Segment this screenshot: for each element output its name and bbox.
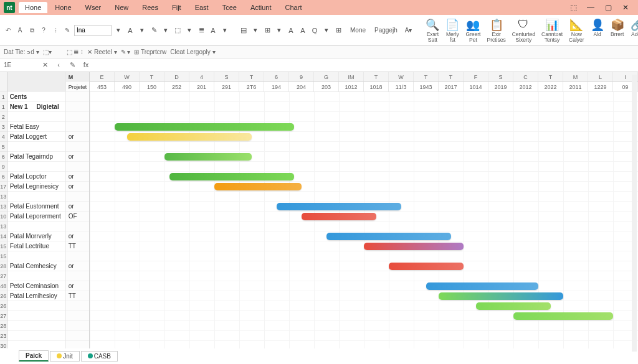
task-label-cell[interactable]: Patal Morrverly [7, 231, 65, 241]
column-header[interactable]: 9 [289, 72, 314, 82]
sub-ribbon-item[interactable]: ⬚ ≣ ⫶ [67, 49, 84, 55]
gantt-bar[interactable] [127, 133, 252, 141]
sheet-tab-paick[interactable]: Paick [19, 350, 49, 362]
status-cell[interactable]: or [66, 182, 89, 192]
gantt-bar[interactable] [214, 183, 302, 190]
column-header[interactable]: G [314, 72, 339, 82]
status-cell[interactable]: TT [66, 291, 89, 301]
row-number[interactable]: 4 [0, 132, 7, 142]
row-number[interactable]: 6 [0, 152, 7, 162]
ribbon-icon[interactable]: ⊞ [262, 25, 273, 36]
ribbon-icon[interactable]: A [207, 25, 219, 36]
ribbon-group-now-calyer[interactable]: 📐Now Calyer [566, 18, 587, 43]
gantt-bar[interactable] [326, 233, 451, 240]
ribbon-icon[interactable]: ⊞ [333, 25, 344, 36]
status-cell[interactable]: or [66, 202, 89, 212]
row-number[interactable]: 13 [0, 202, 7, 212]
gantt-bar[interactable] [115, 123, 294, 131]
toolbar-icon[interactable]: ✎ [62, 25, 73, 36]
column-header[interactable]: T [439, 72, 464, 82]
row-number[interactable]: 3 [0, 122, 7, 132]
row-number[interactable]: 15 [0, 241, 7, 251]
ribbon-icon[interactable]: ▤ [238, 25, 249, 36]
ribbon-group-ades[interactable]: 🔗Ades [628, 18, 638, 43]
menu-tab-tcee[interactable]: Tcee [216, 2, 243, 13]
task-label-cell[interactable] [7, 222, 65, 231]
cancel-icon[interactable]: ✕ [40, 61, 50, 69]
task-label-cell[interactable]: Petol Ceminasion [7, 281, 65, 291]
column-header[interactable]: T [140, 72, 164, 82]
row-number[interactable]: 30 [0, 341, 7, 348]
column-header[interactable]: T [538, 72, 563, 82]
status-cell[interactable] [66, 331, 89, 341]
ribbon-group-ald[interactable]: 👤Ald [588, 18, 607, 43]
ribbon-icon[interactable]: ▾ [136, 25, 148, 36]
ribbon-icon[interactable]: ▾ [160, 25, 171, 36]
status-cell[interactable]: or [66, 152, 89, 162]
task-label-cell[interactable]: Patal Lopctor [7, 172, 65, 182]
column-header[interactable]: D [164, 72, 189, 82]
ribbon-icon[interactable]: ▾ [321, 25, 332, 36]
sub-ribbon-item[interactable]: ⊞ Trcprtcrw [134, 49, 166, 55]
edit-icon[interactable]: ✎ [67, 61, 77, 69]
task-label-cell[interactable]: Fetal Lectritue [7, 241, 65, 251]
ribbon-icon[interactable]: Q [309, 25, 320, 36]
task-label-cell[interactable]: Cents [7, 92, 65, 102]
ribbon-group-canntost-tentsy[interactable]: 📊Canntost Tentsy [539, 18, 565, 43]
menu-tab-wser[interactable]: Wser [79, 2, 108, 13]
column-header[interactable]: S [214, 72, 239, 82]
maximize-icon[interactable]: ▢ [599, 1, 617, 14]
ribbon-icon[interactable]: ⬚ [172, 25, 183, 36]
status-cell[interactable] [66, 192, 89, 202]
gantt-bar[interactable] [426, 282, 538, 290]
status-cell[interactable] [66, 122, 89, 132]
minimize-icon[interactable]: — [582, 1, 599, 14]
task-label-cell[interactable]: Patal Lemihesioy [7, 291, 65, 301]
task-label-cell[interactable]: Patal Loggert [7, 132, 65, 142]
row-number[interactable]: 15 [0, 251, 7, 261]
gantt-bar[interactable] [476, 302, 551, 310]
format-dropdown[interactable]: A▾ [402, 26, 415, 35]
task-label-cell[interactable]: Petal Eustonment [7, 202, 65, 212]
row-number[interactable]: 1 [0, 92, 7, 102]
ribbon-button[interactable]: Mone [348, 26, 368, 35]
status-cell[interactable] [66, 321, 89, 331]
task-label-cell[interactable]: Petal Legninesicy [7, 182, 65, 192]
task-label-cell[interactable]: New 1Digietal [7, 102, 65, 112]
column-header[interactable]: T [364, 72, 389, 82]
ribbon-group-brrert[interactable]: 📦Brrert [608, 18, 627, 43]
gantt-bar[interactable] [164, 153, 252, 161]
status-cell[interactable]: or [66, 231, 89, 241]
row-number[interactable]: 23 [0, 331, 7, 341]
status-cell[interactable]: TT [66, 241, 89, 251]
toolbar-icon[interactable]: ↶ [2, 25, 14, 36]
row-number[interactable]: 1 [0, 102, 7, 112]
column-header[interactable]: S [488, 72, 513, 82]
status-cell[interactable] [66, 271, 89, 281]
sub-ribbon-item[interactable]: Dat Tie: ɔd ▾ [4, 49, 39, 55]
column-header[interactable]: 6 [264, 72, 289, 82]
name-box[interactable]: 1E [4, 62, 35, 68]
ribbon-icon[interactable]: ▾ [113, 25, 124, 36]
task-label-cell[interactable] [7, 341, 65, 348]
status-cell[interactable] [66, 311, 89, 321]
column-header[interactable]: 4 [189, 72, 214, 82]
toolbar-icon[interactable]: ? [38, 25, 49, 36]
status-cell[interactable]: OF [66, 212, 89, 222]
gantt-bar[interactable] [302, 213, 376, 220]
sub-ribbon-item[interactable]: ⬚▾ [43, 49, 52, 55]
menu-tab-chart[interactable]: Chart [279, 2, 308, 13]
column-header[interactable]: T [414, 72, 439, 82]
task-label-cell[interactable] [7, 192, 65, 202]
status-cell[interactable]: or [66, 281, 89, 291]
row-number[interactable]: 28 [0, 321, 7, 331]
status-cell[interactable] [66, 162, 89, 172]
ribbon-group-exsrt-satt[interactable]: 🔍Exsrt Satt [423, 18, 442, 43]
row-number[interactable]: 27 [0, 311, 7, 321]
toolbar-icon[interactable]: ⫶ [50, 25, 61, 36]
column-header[interactable]: W [389, 72, 414, 82]
ribbon-icon[interactable]: ▾ [274, 25, 285, 36]
menu-tab-east[interactable]: East [189, 2, 215, 13]
status-cell[interactable] [66, 222, 89, 231]
toolbar-icon[interactable]: A [14, 25, 26, 36]
